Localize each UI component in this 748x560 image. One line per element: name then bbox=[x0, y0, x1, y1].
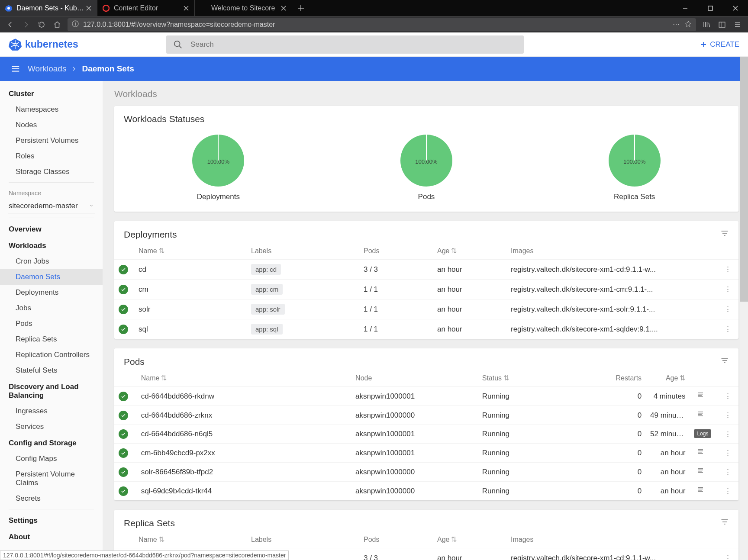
sidebar-toggle-icon[interactable] bbox=[714, 17, 730, 32]
deployment-link[interactable]: sql bbox=[134, 319, 247, 339]
browser-tab-2[interactable]: Welcome to Sitecore bbox=[195, 0, 292, 16]
label-chip[interactable]: app: solr bbox=[251, 304, 285, 315]
sidebar-item-pods[interactable]: Pods bbox=[0, 316, 103, 331]
col-labels[interactable]: Labels bbox=[247, 241, 359, 260]
nav-reload-button[interactable] bbox=[34, 17, 49, 32]
label-chip[interactable]: app: cd bbox=[251, 264, 281, 275]
app-menu-icon[interactable] bbox=[730, 17, 745, 32]
col-pods[interactable]: Pods bbox=[359, 241, 433, 260]
sidebar-item-deployments[interactable]: Deployments bbox=[0, 285, 103, 300]
browser-tab-1[interactable]: Content Editor bbox=[97, 0, 195, 16]
deployment-link[interactable]: solr bbox=[134, 299, 247, 319]
logs-icon[interactable] bbox=[694, 449, 707, 457]
col-images[interactable]: Images bbox=[506, 241, 715, 260]
sidebar-heading-config[interactable]: Config and Storage bbox=[0, 434, 103, 451]
row-menu-icon[interactable]: ⋮ bbox=[722, 487, 734, 495]
filter-icon[interactable] bbox=[720, 518, 729, 528]
sidebar-item-overview[interactable]: Overview bbox=[0, 221, 103, 237]
pod-link[interactable]: cd-6644bdd686-n6ql5 bbox=[137, 425, 351, 444]
sidebar-item-ingresses[interactable]: Ingresses bbox=[0, 403, 103, 419]
row-menu-icon[interactable]: ⋮ bbox=[722, 430, 734, 438]
sidebar-item-replicasets[interactable]: Replica Sets bbox=[0, 331, 103, 347]
deployment-link[interactable]: cd bbox=[134, 260, 247, 280]
sidebar-item-nodes[interactable]: Nodes bbox=[0, 117, 103, 133]
row-menu-icon[interactable]: ⋮ bbox=[722, 449, 734, 457]
pod-link[interactable]: sql-69dc9b4cdd-tkr44 bbox=[137, 482, 351, 501]
row-menu-icon[interactable]: ⋮ bbox=[722, 325, 734, 333]
browser-tab-0[interactable]: Daemon Sets - Kubernetes Das bbox=[0, 0, 97, 16]
row-menu-icon[interactable]: ⋮ bbox=[722, 392, 734, 400]
col-labels[interactable]: Labels bbox=[247, 530, 359, 548]
url-bar[interactable]: ⋯ bbox=[68, 18, 696, 31]
sidebar-item-services[interactable]: Services bbox=[0, 419, 103, 434]
site-info-icon[interactable] bbox=[72, 20, 79, 29]
row-menu-icon[interactable]: ⋮ bbox=[722, 468, 734, 476]
logs-icon[interactable] bbox=[694, 412, 707, 420]
pod-link[interactable]: cd-6644bdd686-zrknx bbox=[137, 406, 351, 425]
window-close-button[interactable] bbox=[723, 0, 748, 16]
sidebar-item-jobs[interactable]: Jobs bbox=[0, 300, 103, 316]
sidebar-item-secrets[interactable]: Secrets bbox=[0, 491, 103, 506]
search-box[interactable] bbox=[166, 35, 524, 54]
sidebar-item-configmaps[interactable]: Config Maps bbox=[0, 451, 103, 467]
col-images[interactable]: Images bbox=[506, 530, 715, 548]
label-chip[interactable]: app: sql bbox=[251, 324, 283, 335]
sidebar-heading-discovery[interactable]: Discovery and Load Balancing bbox=[0, 378, 103, 403]
logs-icon[interactable] bbox=[694, 468, 707, 476]
sidebar-item-pv[interactable]: Persistent Volumes bbox=[0, 133, 103, 148]
sidebar-item-cronjobs[interactable]: Cron Jobs bbox=[0, 254, 103, 269]
row-menu-icon[interactable]: ⋮ bbox=[722, 265, 734, 274]
url-input[interactable] bbox=[83, 21, 673, 29]
label-chip[interactable]: app: cm bbox=[251, 284, 283, 295]
search-input[interactable] bbox=[190, 40, 517, 49]
col-age[interactable]: Age⇅ bbox=[433, 241, 506, 260]
pod-link[interactable]: solr-866456f89b-tfpd2 bbox=[137, 463, 351, 482]
new-tab-button[interactable] bbox=[292, 0, 310, 16]
pod-link[interactable]: cm-6bb49cbcd9-px2xx bbox=[137, 444, 351, 463]
sidebar-item-pvc[interactable]: Persistent Volume Claims bbox=[0, 467, 103, 491]
row-menu-icon[interactable]: ⋮ bbox=[722, 305, 734, 313]
col-name[interactable]: Name⇅ bbox=[134, 530, 247, 548]
nav-forward-button[interactable] bbox=[18, 17, 34, 32]
nav-home-button[interactable] bbox=[49, 17, 65, 32]
sidebar-item-storageclasses[interactable]: Storage Classes bbox=[0, 164, 103, 180]
col-age[interactable]: Age⇅ bbox=[433, 530, 506, 548]
scrollbar-thumb[interactable] bbox=[740, 57, 748, 302]
window-minimize-button[interactable] bbox=[673, 0, 698, 16]
col-name[interactable]: Name⇅ bbox=[134, 241, 247, 260]
col-pods[interactable]: Pods bbox=[359, 530, 433, 548]
row-menu-icon[interactable]: ⋮ bbox=[722, 411, 734, 419]
filter-icon[interactable] bbox=[720, 229, 729, 240]
col-name[interactable]: Name⇅ bbox=[137, 369, 351, 387]
row-menu-icon[interactable]: ⋮ bbox=[722, 554, 734, 560]
create-button[interactable]: CREATE bbox=[700, 40, 739, 49]
filter-icon[interactable] bbox=[720, 356, 729, 367]
kubernetes-logo[interactable]: kubernetes bbox=[9, 38, 78, 51]
sidebar-item-roles[interactable]: Roles bbox=[0, 148, 103, 164]
nav-drawer-toggle[interactable] bbox=[8, 61, 23, 77]
tab-close-icon[interactable] bbox=[85, 4, 93, 12]
col-status[interactable]: Status⇅ bbox=[478, 369, 605, 387]
sidebar-item-namespaces[interactable]: Namespaces bbox=[0, 102, 103, 117]
sidebar-item-rc[interactable]: Replication Controllers bbox=[0, 347, 103, 363]
col-restarts[interactable]: Restarts bbox=[604, 369, 646, 387]
sidebar-item-statefulsets[interactable]: Stateful Sets bbox=[0, 363, 103, 378]
page-actions-icon[interactable]: ⋯ bbox=[673, 20, 680, 29]
row-menu-icon[interactable]: ⋮ bbox=[722, 285, 734, 293]
namespace-select[interactable]: sitecoredemo-master bbox=[8, 199, 95, 213]
nav-back-button[interactable] bbox=[3, 17, 18, 32]
col-age[interactable]: Age⇅ bbox=[646, 369, 690, 387]
sidebar-heading-workloads[interactable]: Workloads bbox=[0, 237, 103, 254]
deployment-link[interactable]: cm bbox=[134, 280, 247, 299]
sidebar-item-daemonsets[interactable]: Daemon Sets bbox=[0, 269, 103, 285]
col-node[interactable]: Node bbox=[351, 369, 478, 387]
breadcrumb-root[interactable]: Workloads bbox=[28, 64, 66, 74]
logs-icon[interactable] bbox=[694, 487, 707, 496]
logs-icon[interactable] bbox=[694, 393, 707, 401]
bookmark-star-icon[interactable] bbox=[685, 20, 692, 29]
tab-close-icon[interactable] bbox=[182, 4, 190, 12]
window-maximize-button[interactable] bbox=[698, 0, 723, 16]
tab-close-icon[interactable] bbox=[280, 4, 287, 12]
library-icon[interactable] bbox=[699, 17, 714, 32]
sidebar-item-about[interactable]: About bbox=[0, 528, 103, 545]
